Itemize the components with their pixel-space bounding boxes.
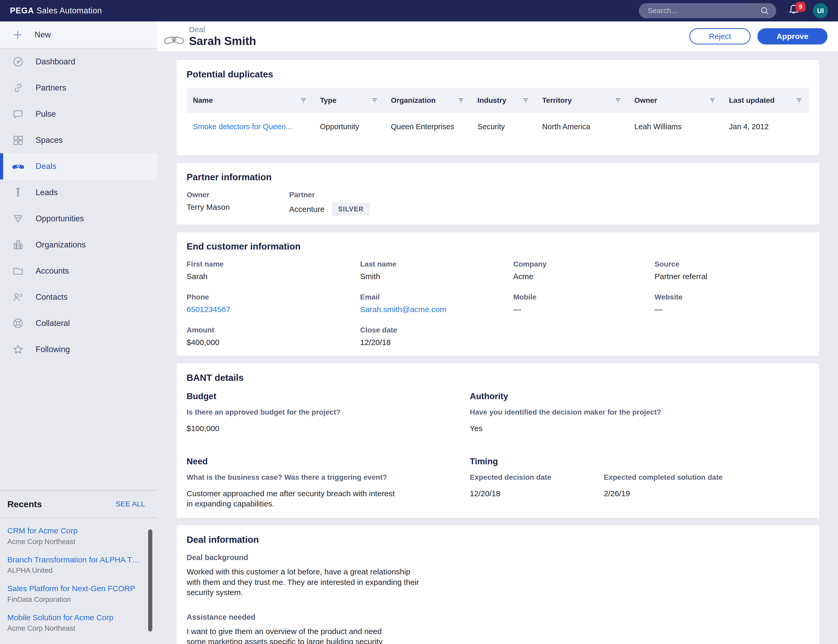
cell-territory: North America xyxy=(536,113,628,146)
partner-information-card: Partner information Owner Terry Mason Pa… xyxy=(177,163,819,224)
sidebar-item-opportunities[interactable]: Opportunities xyxy=(0,205,157,232)
filter-icon[interactable] xyxy=(370,97,379,104)
recent-subtitle: FinData Corporation xyxy=(7,596,141,604)
list-item: Mobile Solution for Acme Corp Acme Corp … xyxy=(7,613,141,633)
notification-count-badge: 9 xyxy=(795,2,805,12)
reject-button[interactable]: Reject xyxy=(689,28,751,44)
sidebar-item-contacts[interactable]: Contacts xyxy=(0,284,157,310)
recent-subtitle: Acme Corp Northeast xyxy=(7,624,141,632)
timing-block: Timing Expected decision date 12/20/18 E… xyxy=(470,457,809,509)
approve-button[interactable]: Approve xyxy=(757,28,828,44)
recents-list: CRM for Acme Corp Acme Corp Northeast Br… xyxy=(0,518,157,644)
email-link[interactable]: Sarah.smith@acme.com xyxy=(360,305,513,314)
sidebar-item-organizations[interactable]: Organizations xyxy=(0,232,157,258)
notifications-button[interactable]: 9 xyxy=(788,3,801,18)
folder-icon xyxy=(12,265,25,277)
deal-content: Potential duplicates Name Type Organizat… xyxy=(157,51,838,644)
expected-completed-date-field: Expected completed solution date 2/26/19 xyxy=(604,473,809,499)
filter-icon[interactable] xyxy=(522,97,530,104)
cell-owner: Leah Williams xyxy=(628,113,723,146)
amount-field: Amount $400,000 xyxy=(187,326,360,347)
recent-link[interactable]: CRM for Acme Corp xyxy=(7,526,141,536)
filter-icon[interactable] xyxy=(614,97,622,104)
expected-decision-date-field: Expected decision date 12/20/18 xyxy=(470,473,604,499)
cell-type: Opportunity xyxy=(313,113,384,146)
duplicates-table: Name Type Organization Industry Territor… xyxy=(187,88,809,146)
sidebar-item-label: Following xyxy=(36,345,70,354)
sidebar-item-new[interactable]: New xyxy=(0,21,157,49)
sidebar: New Dashboard Partners xyxy=(0,21,157,644)
cell-last-updated: Jan 4, 2012 xyxy=(723,113,809,146)
column-header: Territory xyxy=(536,88,628,113)
recents-title: Recents xyxy=(7,499,42,509)
page-title: Sarah Smith xyxy=(189,34,256,48)
sidebar-item-label: Deals xyxy=(36,162,56,171)
star-icon xyxy=(12,343,25,356)
sidebar-item-pulse[interactable]: Pulse xyxy=(0,101,157,127)
sidebar-item-label: Spaces xyxy=(36,135,63,145)
handshake-outline-icon xyxy=(164,32,184,48)
assistance-needed-label: Assistance needed xyxy=(187,613,809,621)
section-title: Deal information xyxy=(187,534,809,545)
recents-panel: Recents SEE ALL CRM for Acme Corp Acme C… xyxy=(0,490,157,644)
filter-icon[interactable] xyxy=(708,97,716,104)
sidebar-item-accounts[interactable]: Accounts xyxy=(0,258,157,284)
sidebar-item-label: Opportunities xyxy=(36,214,84,223)
mobile-field: Mobile — xyxy=(513,293,655,314)
cell-organization: Queen Enterprises xyxy=(385,113,471,146)
column-header: Last updated xyxy=(723,88,809,113)
partner-field: Partner Accenture SILVER xyxy=(289,191,809,215)
phone-link[interactable]: 6501234567 xyxy=(187,305,360,314)
company-field: Company Acme xyxy=(513,260,655,281)
search-icon[interactable] xyxy=(760,6,769,15)
flashlight-icon xyxy=(12,186,25,199)
sidebar-item-leads[interactable]: Leads xyxy=(0,179,157,205)
bant-details-card: BANT details Budget Is there an approved… xyxy=(177,363,819,518)
sidebar-item-spaces[interactable]: Spaces xyxy=(0,127,157,153)
sidebar-item-label: Organizations xyxy=(36,240,86,250)
sidebar-item-dashboard[interactable]: Dashboard xyxy=(0,49,157,75)
sidebar-item-label: Leads xyxy=(36,188,58,197)
contact-icon xyxy=(12,291,25,304)
recents-scrollbar[interactable] xyxy=(148,529,152,631)
funnel-icon xyxy=(12,212,25,225)
recent-link[interactable]: Branch Transformation for ALPHA TXC xyxy=(7,555,141,565)
sidebar-item-label: Accounts xyxy=(36,266,69,276)
search-input[interactable] xyxy=(648,7,760,15)
deal-background-text: Worked with this customer a lot before, … xyxy=(187,567,423,598)
link-icon xyxy=(12,82,25,94)
deal-information-card: Deal information Deal background Worked … xyxy=(177,526,819,644)
sidebar-item-partners[interactable]: Partners xyxy=(0,75,157,101)
see-all-link[interactable]: SEE ALL xyxy=(116,500,145,508)
sidebar-item-following[interactable]: Following xyxy=(0,337,157,363)
website-field: Website — xyxy=(655,293,809,314)
list-item: Sales Platform for Next-Gen FCORP FinDat… xyxy=(7,583,141,604)
filter-icon[interactable] xyxy=(300,97,307,104)
partner-tier-badge: SILVER xyxy=(332,203,370,215)
source-field: Source Partner referral xyxy=(655,260,809,281)
global-search[interactable] xyxy=(639,3,776,18)
sidebar-item-deals[interactable]: Deals xyxy=(0,153,157,179)
lifebuoy-icon xyxy=(12,317,25,330)
brand-product: Sales Automation xyxy=(37,6,102,15)
avatar[interactable]: UI xyxy=(813,3,828,18)
potential-duplicates-card: Potential duplicates Name Type Organizat… xyxy=(177,60,819,155)
recent-link[interactable]: Sales Platform for Next-Gen FCORP xyxy=(7,583,141,593)
need-block: Need What is the business case? Was ther… xyxy=(187,457,470,509)
record-type-label: Deal xyxy=(189,25,256,34)
recent-subtitle: ALPHA United xyxy=(7,567,141,575)
column-header: Type xyxy=(313,88,384,113)
handshake-icon xyxy=(12,160,25,172)
top-bar: PEGASales Automation 9 UI xyxy=(0,0,838,21)
authority-block: Authority Have you identified the decisi… xyxy=(470,391,809,434)
sidebar-item-collateral[interactable]: Collateral xyxy=(0,310,157,337)
section-title: Partner information xyxy=(187,172,809,182)
filter-icon[interactable] xyxy=(457,97,465,104)
section-title: Potential duplicates xyxy=(187,69,809,79)
recent-link[interactable]: Mobile Solution for Acme Corp xyxy=(7,613,141,623)
sidebar-item-label: Pulse xyxy=(36,109,56,119)
duplicate-record-link[interactable]: Smoke detectors for Queen... xyxy=(193,122,292,131)
filter-icon[interactable] xyxy=(795,97,803,104)
sidebar-item-label: Dashboard xyxy=(36,57,76,66)
email-field: Email Sarah.smith@acme.com xyxy=(360,293,513,314)
